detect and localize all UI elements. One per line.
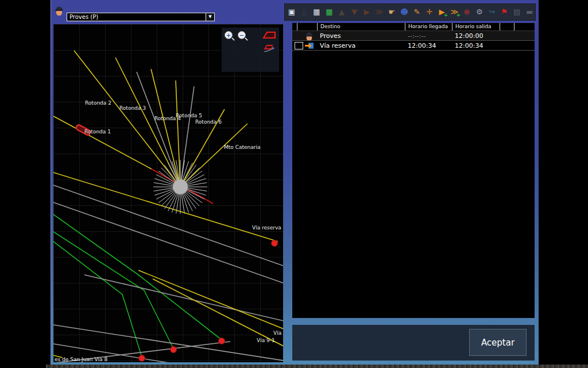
move-end-icon: ≫ (374, 6, 385, 18)
table-row[interactable]: Proves --:--:-- 12:00:00 (292, 31, 535, 41)
track-segment (137, 72, 180, 187)
red-zone-small-button[interactable] (263, 43, 277, 55)
map-label: Rotonda 3 (119, 105, 146, 111)
app-window: Proves (P) ▼ Rotonda 2Rotonda 3Rotonda 4… (51, 0, 539, 365)
desktop-strip (46, 365, 588, 368)
track-segment (84, 275, 283, 321)
track-segment (53, 325, 283, 361)
destino-cell: Proves (317, 32, 405, 40)
red-dot (139, 355, 145, 362)
tracks-layer (53, 51, 283, 362)
track-segment (53, 116, 152, 169)
map-label: Rotonda 2 (85, 100, 111, 106)
row-checkbox[interactable] (295, 42, 303, 49)
map-label: Mto Catenaria (224, 144, 260, 150)
track-map-canvas[interactable]: Rotonda 2Rotonda 3Rotonda 4Rotonda 5Roto… (53, 24, 283, 362)
track-segment (53, 202, 283, 283)
import-box-icon[interactable]: ↪ (486, 6, 498, 18)
confirm-panel: Aceptar (292, 325, 535, 361)
schedule-table: Destino Horario llegada Horario salida P… (292, 23, 535, 318)
row-lead-cell (292, 31, 317, 40)
screen: { "operator": { "dropdown_value": "Prove… (0, 0, 588, 368)
map-label: Rotonda 1 (84, 129, 111, 135)
expand-arrows-icon[interactable]: ✛ (424, 6, 435, 18)
table-header: Destino Horario llegada Horario salida (292, 23, 535, 31)
add-route-icon[interactable]: ▶+ (436, 6, 448, 18)
operator-dropdown-value: Proves (P) (69, 14, 98, 20)
move-right-icon: ▶ (361, 6, 373, 18)
move-down-icon: ▼ (349, 6, 360, 18)
llegada-cell: 12:00:34 (405, 42, 452, 49)
destino-cell: Vía reserva (317, 42, 405, 49)
llegada-cell: --:--:-- (405, 32, 452, 40)
move-up-icon: ▲ (336, 6, 347, 18)
hat-icon: ▬ (524, 6, 535, 18)
track-segment (53, 214, 222, 340)
red-zone-button[interactable] (262, 30, 277, 42)
map-label: Rotonda 5 (176, 113, 202, 118)
table-row[interactable]: Vía reserva 12:00:34 12:00:34 (292, 41, 535, 51)
accept-button[interactable]: Aceptar (469, 329, 527, 356)
col-icon (297, 23, 317, 30)
add-double-route-icon[interactable]: ≫+ (448, 6, 460, 18)
delete-icon: ▯ (299, 6, 310, 18)
salida-cell: 12:00:34 (452, 42, 500, 49)
col-llegada: Horario llegada (405, 23, 452, 30)
track-segment (53, 241, 142, 357)
track-map-layers: Rotonda 2Rotonda 3Rotonda 4Rotonda 5Roto… (53, 24, 283, 362)
col-destino: Destino (317, 23, 405, 30)
map-label: es de San Juan Vía 8 (55, 356, 107, 362)
zoom-out-button[interactable]: − (238, 31, 246, 39)
conductor-icon (305, 31, 314, 40)
col-pre (292, 23, 297, 30)
red-dot (272, 240, 278, 247)
map-label: Rotonda 6 (195, 119, 222, 125)
grid-small-icon[interactable]: ▦ (311, 6, 323, 18)
chevron-down-icon[interactable]: ▼ (206, 13, 214, 21)
select-hand-icon[interactable]: ☛ (386, 6, 397, 18)
personnel-icon[interactable]: ☻ (399, 6, 410, 18)
grid-large-icon[interactable]: ▦ (323, 6, 335, 18)
conductor-icon (55, 5, 64, 16)
track-segment (53, 232, 173, 348)
main-toolbar: ▣▯▦▦▲▼▶≫☛☻✎✛▶+≫+⊗⚙↪⚑▤▬ (284, 3, 536, 21)
flag-icon[interactable]: ⚑ (499, 6, 510, 18)
map-label: Vía reserva (252, 225, 281, 231)
track-segment (153, 279, 283, 346)
remove-assignment-icon[interactable]: ⊗ (461, 6, 473, 18)
arrow-into-box-icon (305, 41, 314, 49)
zoom-in-button[interactable]: + (225, 31, 233, 39)
col-extra1 (500, 23, 514, 30)
col-salida: Horario salida (452, 23, 500, 30)
map-controls-panel: + − (222, 28, 279, 72)
settings-gear-icon[interactable]: ⚙ (474, 6, 485, 18)
salida-cell: 12:00:00 (452, 32, 500, 40)
operator-dropdown[interactable]: Proves (P) ▼ (67, 13, 215, 21)
save-icon[interactable]: ▣ (286, 6, 297, 18)
track-segment (180, 86, 194, 187)
map-label: Vía 9-1 (257, 338, 275, 343)
track-segment (138, 270, 283, 329)
edit-sign-icon[interactable]: ✎ (411, 6, 423, 18)
console-icon: ▤ (511, 6, 523, 18)
red-dot (171, 347, 177, 353)
map-label: Vía 9 (273, 330, 283, 336)
row-lead-cell (292, 41, 317, 50)
red-dot (219, 338, 225, 344)
track-segment (180, 124, 247, 187)
col-extra2 (514, 23, 535, 30)
turntable-hub (153, 160, 207, 214)
